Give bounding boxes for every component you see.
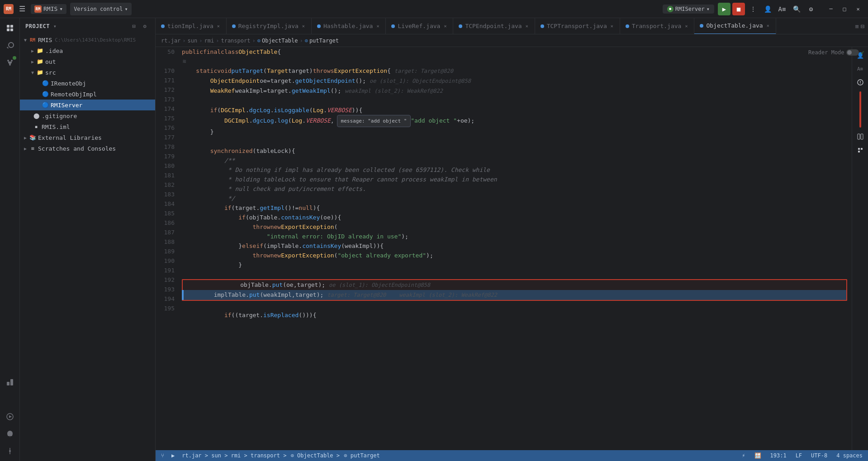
tab-dot-liveref	[391, 24, 395, 28]
tree-item-external-libraries[interactable]: ▶ 📚 External Libraries	[20, 132, 155, 143]
breadcrumb-rmi[interactable]: rmi	[204, 38, 214, 44]
more-options-button[interactable]: ⋮	[747, 3, 759, 15]
tab-label-tcptransport: TCPTransport.java	[547, 23, 607, 29]
version-control-arrow: ▾	[125, 6, 128, 12]
tree-arrow-src: ▼	[29, 69, 36, 76]
tree-item-gitignore[interactable]: ⬤ .gitignore	[20, 110, 155, 121]
tree-arrow-idea: ▶	[29, 47, 36, 54]
sidebar-settings-button[interactable]: ⚙	[140, 21, 150, 31]
tab-close-objecttable[interactable]: ✕	[766, 22, 770, 29]
sidebar-item-project[interactable]	[2, 20, 18, 36]
status-run-config[interactable]: ▶	[170, 452, 176, 459]
code-line-194	[182, 301, 847, 310]
breadcrumb: rt.jar › sun › rmi › transport › ⊙Object…	[156, 34, 868, 47]
tree-item-idea[interactable]: ▶ 📁 .idea	[20, 45, 155, 56]
code-line-178: synchronized (tableLock) {	[182, 146, 847, 156]
collapse-all-button[interactable]: ⊟	[129, 21, 139, 31]
sidebar-item-git-log[interactable]	[2, 443, 18, 459]
tree-item-rmis[interactable]: ▼ RM RMIS C:\Users\14341\Desktop\RMIS	[20, 34, 155, 45]
right-item-problems[interactable]	[854, 76, 867, 89]
tab-tionimpl[interactable]: tionImpl.java ✕	[156, 18, 227, 34]
maximize-button[interactable]: □	[838, 3, 851, 15]
tab-registryimpl[interactable]: RegistryImpl.java ✕	[227, 18, 312, 34]
sidebar-item-vcs[interactable]	[2, 54, 18, 71]
sidebar-item-plugins[interactable]	[2, 374, 18, 390]
tab-close-transport[interactable]: ✕	[684, 23, 688, 29]
sidebar-item-find[interactable]	[2, 37, 18, 53]
tab-close-liveref[interactable]: ✕	[443, 23, 447, 29]
sidebar-item-run[interactable]	[2, 409, 18, 425]
tab-close-registryimpl[interactable]: ✕	[301, 23, 306, 29]
run-server-selector[interactable]: ● RMIServer ▾	[663, 5, 714, 14]
git-icon: ⑂	[161, 452, 164, 459]
right-item-diff[interactable]	[854, 130, 867, 143]
sidebar-title: Project ▾	[25, 23, 57, 29]
tab-tcpendpoint[interactable]: TCPEndpoint.java ✕	[453, 18, 535, 34]
stop-button[interactable]: ■	[732, 3, 745, 15]
tab-hashtable[interactable]: Hashtable.java ✕	[312, 18, 386, 34]
tab-close-tcpendpoint[interactable]: ✕	[525, 23, 529, 29]
status-line-ending[interactable]: LF	[794, 452, 804, 459]
svg-rect-16	[858, 134, 860, 139]
search-button[interactable]: 🔍	[790, 3, 803, 15]
status-position[interactable]: 193:1	[768, 452, 788, 459]
tree-item-remoteobjimpl[interactable]: 🔵 RemoteObjImpl	[20, 89, 155, 100]
code-editor[interactable]: 50 170 171 172 173 174 175 176 177 178 1…	[156, 47, 852, 450]
status-indentation[interactable]: 4 spaces	[835, 452, 864, 459]
code-line-172: WeakRef weakImpl = target.getWeakImpl();…	[182, 86, 847, 96]
scroll-track[interactable]	[847, 47, 852, 450]
right-item-translate[interactable]: A≡	[854, 62, 867, 75]
editor-area: tionImpl.java ✕ RegistryImpl.java ✕ Hash…	[156, 18, 868, 461]
version-control-button[interactable]: Version control ▾	[70, 3, 132, 15]
translate-button[interactable]: A≡	[776, 3, 788, 15]
code-line-185: if (objTable.containsKey(oe)) {	[182, 213, 847, 222]
sidebar-item-notifications[interactable]	[2, 426, 18, 442]
tab-close-tcptransport[interactable]: ✕	[610, 23, 614, 29]
minimize-button[interactable]: ─	[825, 3, 837, 15]
status-breadcrumb-path[interactable]: rt.jar > sun > rmi > transport > ⊙ Objec…	[180, 452, 382, 459]
tab-label-objecttable: ObjectTable.java	[706, 22, 763, 29]
status-notification[interactable]: ⚡	[740, 452, 747, 459]
status-encoding[interactable]: UTF-8	[809, 452, 829, 459]
breadcrumb-rtjar[interactable]: rt.jar	[161, 38, 180, 44]
reader-mode-label: Reader Mode	[808, 49, 844, 56]
tab-dot-hashtable	[317, 24, 321, 28]
tree-item-iremoteobj[interactable]: 🔵 IRemoteObj	[20, 78, 155, 89]
hamburger-menu[interactable]: ☰	[17, 3, 27, 15]
sidebar-item-tasks[interactable]	[2, 391, 18, 408]
tab-close-hashtable[interactable]: ✕	[375, 23, 380, 29]
title-bar-left: RM ☰ RM RMIS ▾ Version control ▾	[4, 3, 663, 15]
tab-dot-objecttable	[700, 24, 703, 28]
status-git[interactable]: ⑂	[159, 452, 166, 459]
svg-point-15	[860, 83, 861, 84]
tab-tcptransport[interactable]: TCPTransport.java ✕	[535, 18, 620, 34]
tree-item-src[interactable]: ▼ 📁 src	[20, 67, 155, 78]
project-selector[interactable]: RM RMIS ▾	[31, 4, 66, 14]
tab-objecttable[interactable]: ObjectTable.java ✕	[694, 18, 776, 34]
code-line-173	[182, 96, 847, 105]
run-button[interactable]: ▶	[718, 3, 730, 15]
account-button[interactable]: 👤	[761, 3, 774, 15]
status-os[interactable]: 🪟	[753, 452, 763, 459]
breadcrumb-puttarget[interactable]: ⊙putTarget	[305, 38, 339, 44]
reader-mode-toggle[interactable]	[846, 49, 859, 56]
tree-item-rmisiml[interactable]: ▪ RMIS.iml	[20, 121, 155, 132]
tab-close-tionimpl[interactable]: ✕	[216, 23, 221, 29]
tab-split-button[interactable]: ⊟	[861, 23, 864, 30]
svg-rect-1	[10, 25, 13, 28]
tree-item-scratches[interactable]: ▶ ≡ Scratches and Consoles	[20, 143, 155, 154]
code-content[interactable]: public final class ObjectTable { ≋ stati…	[178, 47, 847, 450]
breadcrumb-transport[interactable]: transport	[221, 38, 250, 44]
svg-rect-20	[858, 151, 860, 152]
tree-item-rmiserver[interactable]: 🔵 RMIServer	[20, 100, 155, 110]
settings-button[interactable]: ⚙	[805, 3, 817, 15]
breadcrumb-objecttable[interactable]: ⊙ObjectTable	[257, 38, 298, 44]
external-libraries-icon: 📚	[29, 134, 36, 141]
close-button[interactable]: ✕	[852, 3, 864, 15]
tree-item-out[interactable]: ▶ 📁 out	[20, 56, 155, 67]
tab-liveref[interactable]: LiveRef.java ✕	[386, 18, 453, 34]
right-item-structure[interactable]	[854, 144, 867, 157]
tab-transport[interactable]: Transport.java ✕	[620, 18, 695, 34]
breadcrumb-sun[interactable]: sun	[188, 38, 198, 44]
tab-list-button[interactable]: ≡	[855, 23, 859, 30]
